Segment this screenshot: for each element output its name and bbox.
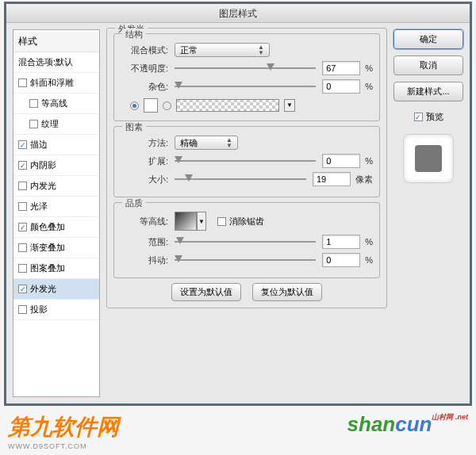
opacity-slider[interactable] xyxy=(175,63,316,74)
watermark-left: 第九软件网 WWW.D9SOFT.COM xyxy=(8,412,119,450)
range-input[interactable]: 1 xyxy=(322,235,360,249)
reset-default-button[interactable]: 复位为默认值 xyxy=(252,283,322,301)
sidebar-item-pattern-overlay[interactable]: 图案叠加 xyxy=(13,258,99,279)
dialog-title: 图层样式 xyxy=(6,4,470,23)
checkbox-icon[interactable]: ✓ xyxy=(18,223,27,231)
sidebar-item-outer-glow[interactable]: ✓外发光 xyxy=(13,279,99,300)
quality-group: 品质 等高线: ▼ 消除锯齿 范围: 1 % xyxy=(113,202,380,278)
sidebar-item-satin[interactable]: 光泽 xyxy=(13,197,99,217)
checkbox-icon[interactable] xyxy=(18,243,27,252)
structure-group: 结构 混合模式: 正常▲▼ 不透明度: 67 % 杂色: 0 xyxy=(113,33,380,121)
checkbox-icon[interactable] xyxy=(18,78,27,87)
preview-label: 预览 xyxy=(426,111,443,123)
preview-thumbnail xyxy=(403,134,454,183)
checkbox-icon[interactable]: ✓ xyxy=(18,285,27,293)
checkbox-icon[interactable] xyxy=(18,264,27,273)
noise-input[interactable]: 0 xyxy=(322,79,360,94)
set-default-button[interactable]: 设置为默认值 xyxy=(171,283,241,301)
contour-dropdown-icon[interactable]: ▼ xyxy=(197,212,206,231)
checkbox-icon[interactable] xyxy=(18,202,27,211)
contour-picker[interactable] xyxy=(175,212,197,231)
checkbox-icon[interactable]: ✓ xyxy=(18,161,27,170)
jitter-label: 抖动: xyxy=(121,254,168,266)
opacity-label: 不透明度: xyxy=(121,63,168,75)
sidebar-item-contour[interactable]: 等高线 xyxy=(13,94,99,114)
checkbox-icon[interactable] xyxy=(18,182,27,190)
gradient-picker[interactable] xyxy=(176,99,279,112)
contour-label: 等高线: xyxy=(121,216,168,228)
noise-label: 杂色: xyxy=(121,81,168,93)
size-label: 大小: xyxy=(121,174,168,185)
antialias-label: 消除锯齿 xyxy=(229,216,264,228)
spread-slider[interactable] xyxy=(175,155,316,166)
ok-button[interactable]: 确定 xyxy=(393,29,463,49)
sidebar-item-color-overlay[interactable]: ✓颜色叠加 xyxy=(13,217,99,238)
checkbox-icon[interactable]: ✓ xyxy=(18,140,27,149)
checkbox-icon[interactable] xyxy=(29,120,38,128)
preview-checkbox[interactable]: ✓ xyxy=(414,113,423,121)
antialias-checkbox[interactable] xyxy=(217,217,226,226)
size-input[interactable]: 19 xyxy=(313,172,351,186)
glow-color-swatch[interactable] xyxy=(144,98,158,113)
sidebar-item-inner-shadow[interactable]: ✓内阴影 xyxy=(13,155,99,176)
watermark-right: shancun山村网 .net xyxy=(347,412,468,450)
styles-sidebar: 样式 混合选项:默认 斜面和浮雕 等高线 纹理 ✓描边 ✓内阴影 内发光 光泽 … xyxy=(13,29,100,397)
updown-icon: ▲▼ xyxy=(226,137,232,148)
blend-mode-select[interactable]: 正常▲▼ xyxy=(175,43,270,57)
outer-glow-panel: 外发光 结构 混合模式: 正常▲▼ 不透明度: 67 % 杂色: xyxy=(106,28,387,308)
solid-color-radio[interactable] xyxy=(130,101,139,110)
jitter-slider[interactable] xyxy=(175,254,316,266)
updown-icon: ▲▼ xyxy=(258,44,264,55)
new-style-button[interactable]: 新建样式... xyxy=(393,82,463,101)
checkbox-icon[interactable] xyxy=(18,305,27,314)
elements-group: 图素 方法: 精确▲▼ 扩展: 0 % 大小: 19 xyxy=(113,126,380,197)
method-label: 方法: xyxy=(121,137,168,149)
opacity-input[interactable]: 67 xyxy=(322,61,360,75)
size-slider[interactable] xyxy=(175,174,306,185)
gradient-dropdown-icon[interactable]: ▼ xyxy=(284,99,295,112)
sidebar-item-texture[interactable]: 纹理 xyxy=(13,114,99,135)
cancel-button[interactable]: 取消 xyxy=(393,55,463,75)
watermarks: 第九软件网 WWW.D9SOFT.COM shancun山村网 .net xyxy=(0,412,476,450)
sidebar-item-drop-shadow[interactable]: 投影 xyxy=(13,300,99,320)
gradient-radio[interactable] xyxy=(163,101,171,110)
method-select[interactable]: 精确▲▼ xyxy=(175,136,238,150)
spread-label: 扩展: xyxy=(121,155,168,167)
sidebar-item-inner-glow[interactable]: 内发光 xyxy=(13,176,99,197)
sidebar-header: 样式 xyxy=(13,32,99,52)
jitter-input[interactable]: 0 xyxy=(322,253,360,267)
spread-input[interactable]: 0 xyxy=(322,154,360,168)
checkbox-icon[interactable] xyxy=(29,99,38,108)
sidebar-item-stroke[interactable]: ✓描边 xyxy=(13,135,99,155)
blend-mode-label: 混合模式: xyxy=(121,44,168,56)
sidebar-item-bevel[interactable]: 斜面和浮雕 xyxy=(13,73,99,94)
noise-slider[interactable] xyxy=(175,81,316,92)
range-slider[interactable] xyxy=(175,236,316,247)
sidebar-item-blend-options[interactable]: 混合选项:默认 xyxy=(13,52,99,73)
sidebar-item-gradient-overlay[interactable]: 渐变叠加 xyxy=(13,238,99,258)
range-label: 范围: xyxy=(121,236,168,248)
